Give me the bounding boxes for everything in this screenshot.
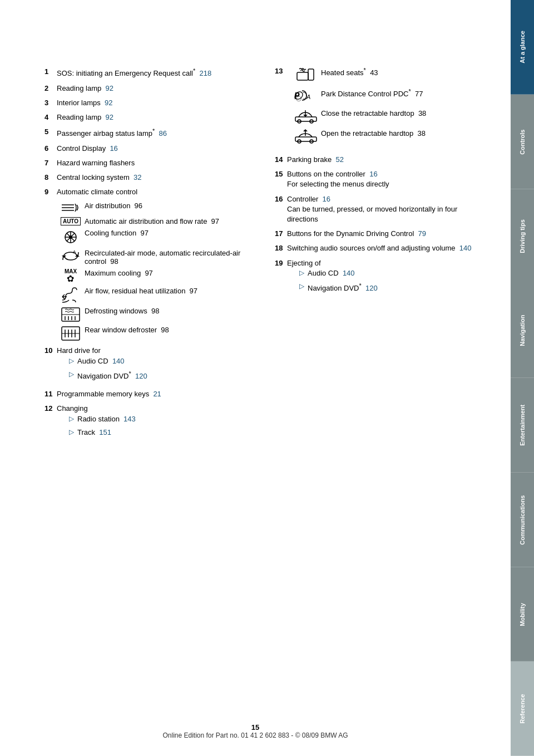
airflow-icon-row: Air flow, residual heat utilization 97 xyxy=(57,287,258,303)
close-hardtop-row: Close the retractable hardtop 38 xyxy=(290,109,426,124)
pdc-icon: P ⃝ ⃝ P A xyxy=(290,88,321,104)
pdc-row: P ⃝ ⃝ P A xyxy=(290,88,426,104)
right-sidebar: At a glance Controls Driving tips Naviga… xyxy=(511,0,534,756)
left-column: 1 SOS: initiating an Emergency Request c… xyxy=(44,67,258,445)
list-item: 3 Interior lamps 92 xyxy=(44,98,258,108)
list-item: 2 Reading lamp 92 xyxy=(44,84,258,94)
air-flow-icon xyxy=(57,287,85,303)
climate-icon-row: Air distribution 96 xyxy=(57,202,258,214)
list-item: 5 Passenger airbag status lamp* 86 xyxy=(44,127,258,139)
sidebar-tab-driving-tips[interactable]: Driving tips xyxy=(511,189,534,284)
air-distribution-icon xyxy=(57,202,85,214)
cooling-icon-row: Cooling function 97 xyxy=(57,229,258,246)
list-item: 15 Buttons on the controller 16 For sele… xyxy=(275,169,488,189)
sidebar-tab-at-a-glance[interactable]: At a glance xyxy=(511,0,534,95)
list-item: 4 Reading lamp 92 xyxy=(44,112,258,122)
list-item: 8 Central locking system 32 xyxy=(44,173,258,183)
sidebar-tab-controls[interactable]: Controls xyxy=(511,95,534,189)
list-item: 11 Programmable memory keys 21 xyxy=(44,389,258,399)
sub-item: ▷ Radio station 143 xyxy=(69,414,136,424)
auto-air-icon-row: AUTO Automatic air distribution and flow… xyxy=(57,217,258,225)
list-item: 17 Buttons for the Dynamic Driving Contr… xyxy=(275,229,488,239)
sidebar-tab-reference[interactable]: Reference xyxy=(511,661,534,756)
page-footer: 15 Online Edition for Part no. 01 41 2 6… xyxy=(0,723,511,739)
defrost-icon-row: Defrosting windows 98 xyxy=(57,307,258,322)
list-item: 6 Control Display 16 xyxy=(44,144,258,154)
svg-text:A: A xyxy=(306,94,310,100)
auto-air-icon: AUTO xyxy=(57,217,85,225)
sidebar-tab-navigation[interactable]: Navigation xyxy=(511,283,534,378)
rear-window-defroster-icon xyxy=(57,326,85,341)
max-cooling-icon: MAX ✿ xyxy=(57,269,85,283)
sub-item: ▷ Navigation DVD* 120 xyxy=(299,282,378,294)
sub-item: ▷ Track 151 xyxy=(69,428,136,438)
rear-defrost-icon-row: Rear window defroster 98 xyxy=(57,326,258,341)
list-item: 7 Hazard warning flashers xyxy=(44,158,258,168)
open-hardtop-row: Open the retractable hardtop 38 xyxy=(290,129,426,144)
sub-item: ▷ Audio CD 140 xyxy=(299,268,378,278)
sidebar-tab-communications[interactable]: Communications xyxy=(511,473,534,567)
right-column: 13 xyxy=(275,67,488,445)
svg-text:P: P xyxy=(294,91,300,101)
svg-rect-24 xyxy=(297,72,308,80)
list-item: 18 Switching audio sources on/off and ad… xyxy=(275,243,488,253)
list-item: 1 SOS: initiating an Emergency Request c… xyxy=(44,67,258,79)
cooling-function-icon xyxy=(57,229,85,246)
item-13-section: 13 xyxy=(275,67,488,149)
list-item: 10 Hard drive for ▷ Audio CD 140 ▷ Navig… xyxy=(44,346,258,385)
svg-rect-25 xyxy=(308,69,314,80)
open-retractable-hardtop-icon xyxy=(290,129,321,144)
svg-marker-10 xyxy=(62,256,66,258)
svg-text:A: A xyxy=(73,249,76,254)
svg-point-8 xyxy=(69,235,72,239)
list-item: 14 Parking brake 52 xyxy=(275,155,488,165)
sidebar-tab-mobility[interactable]: Mobility xyxy=(511,567,534,662)
recirc-icon-row: A Recirculated-air mode, automatic recir… xyxy=(57,249,258,266)
sub-item: ▷ Navigation DVD* 120 xyxy=(69,370,147,382)
close-retractable-hardtop-icon xyxy=(290,109,321,124)
recirculated-air-icon: A xyxy=(57,249,85,263)
defrosting-windows-icon xyxy=(57,307,85,322)
list-item: 19 Ejecting of ▷ Audio CD 140 ▷ Navigati… xyxy=(275,258,488,297)
list-item: 12 Changing ▷ Radio station 143 ▷ Track … xyxy=(44,404,258,441)
max-cooling-icon-row: MAX ✿ Maximum cooling 97 xyxy=(57,269,258,283)
list-item: 16 Controller 16 Can be turned, pressed,… xyxy=(275,194,488,225)
list-item: 9 Automatic climate control xyxy=(44,187,258,197)
heated-seats-row: Heated seats* 43 xyxy=(290,67,426,82)
svg-marker-38 xyxy=(303,129,308,131)
sidebar-tab-entertainment[interactable]: Entertainment xyxy=(511,378,534,473)
heated-seats-icon xyxy=(290,67,321,82)
sub-item: ▷ Audio CD 140 xyxy=(69,356,147,366)
